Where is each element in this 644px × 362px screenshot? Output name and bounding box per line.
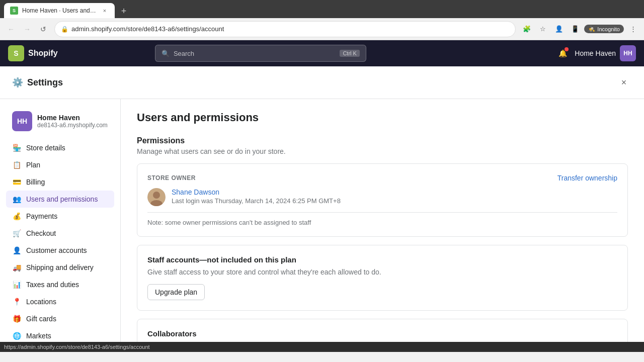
settings-content: Users and permissions Permissions Manage… bbox=[121, 99, 644, 342]
tab-close-button[interactable]: × bbox=[101, 7, 109, 15]
upgrade-plan-button[interactable]: Upgrade plan bbox=[147, 284, 205, 300]
staff-accounts-description: Give staff access to your store and cont… bbox=[147, 268, 617, 276]
profile-button[interactable]: 👤 bbox=[552, 22, 566, 36]
sidebar-label-markets: Markets bbox=[26, 332, 51, 340]
users-icon: 👥 bbox=[12, 195, 21, 204]
sidebar-item-checkout[interactable]: 🛒 Checkout bbox=[6, 225, 114, 242]
shopify-logo: S Shopify bbox=[8, 45, 58, 61]
sidebar-label-payments: Payments bbox=[26, 212, 57, 220]
markets-icon: 🌐 bbox=[12, 331, 21, 340]
store-info-initials: HH bbox=[17, 117, 27, 125]
store-info-name: Home Haven bbox=[37, 114, 108, 122]
back-button[interactable]: ← bbox=[4, 22, 18, 36]
search-shortcut: Ctrl K bbox=[340, 50, 360, 57]
sidebar-item-customer-accounts[interactable]: 👤 Customer accounts bbox=[6, 242, 114, 259]
checkout-icon: 🛒 bbox=[12, 229, 21, 238]
sidebar-label-plan: Plan bbox=[26, 161, 40, 169]
menu-button[interactable]: ⋮ bbox=[626, 22, 640, 36]
sidebar-item-gift-cards[interactable]: 🎁 Gift cards bbox=[6, 310, 114, 327]
store-avatar: HH bbox=[620, 45, 636, 61]
sidebar-label-checkout: Checkout bbox=[26, 229, 56, 237]
bookmark-button[interactable]: ☆ bbox=[536, 22, 550, 36]
reload-button[interactable]: ↺ bbox=[36, 22, 50, 36]
tab-bar: S Home Haven · Users and permi × + bbox=[0, 0, 644, 18]
store-owner-card: Store owner Transfer ownership bbox=[137, 163, 628, 237]
sidebar-label-users-permissions: Users and permissions bbox=[26, 195, 98, 203]
collaborators-card: Collaborators Give external designers, d… bbox=[137, 319, 628, 342]
extensions-button[interactable]: 🧩 bbox=[520, 22, 534, 36]
sidebar-item-users-permissions[interactable]: 👥 Users and permissions bbox=[6, 191, 114, 208]
sidebar-item-payments[interactable]: 💰 Payments bbox=[6, 208, 114, 225]
billing-icon: 💳 bbox=[12, 177, 21, 187]
app-header: S Shopify 🔍 Search Ctrl K 🔔 Home Haven H… bbox=[0, 40, 644, 66]
search-placeholder-text: Search bbox=[174, 50, 194, 57]
store-info: HH Home Haven de8143-a6.myshopify.com bbox=[6, 107, 114, 135]
header-search[interactable]: 🔍 Search Ctrl K bbox=[155, 45, 366, 62]
forward-button[interactable]: → bbox=[20, 22, 34, 36]
owner-name[interactable]: Shane Dawson bbox=[172, 188, 341, 196]
owner-info: Shane Dawson Last login was Thursday, Ma… bbox=[172, 188, 341, 205]
settings-body: HH Home Haven de8143-a6.myshopify.com 🏪 … bbox=[0, 99, 644, 342]
settings-title-text: Settings bbox=[27, 77, 63, 88]
owner-avatar bbox=[147, 188, 166, 206]
staff-accounts-title: Staff accounts—not included on this plan bbox=[147, 255, 617, 264]
payments-icon: 💰 bbox=[12, 212, 21, 221]
incognito-label: Incognito bbox=[597, 26, 620, 32]
settings-close-button[interactable]: × bbox=[616, 74, 632, 90]
logo-initial: S bbox=[14, 49, 18, 57]
store-info-text: Home Haven de8143-a6.myshopify.com bbox=[37, 114, 108, 129]
sidebar-item-billing[interactable]: 💳 Billing bbox=[6, 173, 114, 191]
tab-favicon: S bbox=[10, 7, 18, 15]
incognito-badge: 🕵 Incognito bbox=[584, 25, 624, 33]
sidebar-label-shipping-delivery: Shipping and delivery bbox=[26, 263, 94, 272]
shipping-icon: 🚚 bbox=[12, 263, 21, 272]
sidebar-label-taxes-duties: Taxes and duties bbox=[26, 281, 79, 289]
browser-toolbar: ← → ↺ 🔒 admin.shopify.com/store/de8143-a… bbox=[0, 18, 644, 40]
svg-point-1 bbox=[153, 192, 160, 199]
settings-header: ⚙️ Settings × bbox=[0, 66, 644, 99]
store-badge[interactable]: Home Haven HH bbox=[575, 45, 636, 61]
owner-row: Shane Dawson Last login was Thursday, Ma… bbox=[147, 188, 617, 206]
tablet-button[interactable]: 📱 bbox=[568, 22, 582, 36]
plan-icon: 📋 bbox=[12, 160, 21, 169]
sidebar-label-customer-accounts: Customer accounts bbox=[26, 246, 87, 254]
address-bar[interactable]: 🔒 admin.shopify.com/store/de8143-a6/sett… bbox=[54, 21, 516, 37]
sidebar-label-store-details: Store details bbox=[26, 144, 65, 152]
sidebar-item-taxes-duties[interactable]: 📊 Taxes and duties bbox=[6, 276, 114, 293]
locations-icon: 📍 bbox=[12, 297, 21, 306]
sidebar-label-gift-cards: Gift cards bbox=[26, 315, 56, 323]
logo-text: Shopify bbox=[28, 49, 58, 58]
header-right: 🔔 Home Haven HH bbox=[554, 45, 636, 61]
transfer-ownership-link[interactable]: Transfer ownership bbox=[557, 174, 617, 182]
page-title: Users and permissions bbox=[137, 111, 628, 124]
sidebar-label-billing: Billing bbox=[26, 178, 45, 186]
tab-title: Home Haven · Users and permi bbox=[22, 7, 97, 14]
search-icon: 🔍 bbox=[162, 50, 170, 57]
collaborators-title: Collaborators bbox=[147, 329, 617, 338]
active-tab[interactable]: S Home Haven · Users and permi × bbox=[4, 3, 115, 18]
browser-window: S Home Haven · Users and permi × + ← → ↺… bbox=[0, 0, 644, 352]
store-owner-card-header: Store owner Transfer ownership bbox=[147, 174, 617, 182]
gift-cards-icon: 🎁 bbox=[12, 314, 21, 323]
permissions-section-subtitle: Manage what users can see or do in your … bbox=[137, 147, 628, 155]
store-initials: HH bbox=[623, 50, 632, 57]
store-info-domain: de8143-a6.myshopify.com bbox=[37, 122, 108, 129]
staff-accounts-card: Staff accounts—not included on this plan… bbox=[137, 245, 628, 311]
store-owner-label: Store owner bbox=[147, 174, 196, 182]
settings-overlay: ⚙️ Settings × HH Home H bbox=[0, 66, 644, 342]
sidebar-item-plan[interactable]: 📋 Plan bbox=[6, 156, 114, 173]
sidebar-item-store-details[interactable]: 🏪 Store details bbox=[6, 139, 114, 156]
notification-button[interactable]: 🔔 bbox=[554, 45, 571, 61]
sidebar-item-locations[interactable]: 📍 Locations bbox=[6, 293, 114, 310]
store-name-header: Home Haven bbox=[575, 49, 616, 57]
store-info-avatar: HH bbox=[12, 111, 32, 131]
taxes-icon: 📊 bbox=[12, 280, 21, 289]
sidebar-item-markets[interactable]: 🌐 Markets bbox=[6, 327, 114, 342]
lock-icon: 🔒 bbox=[61, 26, 68, 33]
sidebar-label-locations: Locations bbox=[26, 298, 56, 306]
customer-accounts-icon: 👤 bbox=[12, 246, 21, 255]
sidebar-item-shipping-delivery[interactable]: 🚚 Shipping and delivery bbox=[6, 259, 114, 276]
new-tab-button[interactable]: + bbox=[117, 4, 131, 18]
owner-last-login: Last login was Thursday, March 14, 2024 … bbox=[172, 197, 341, 205]
store-details-icon: 🏪 bbox=[12, 143, 21, 152]
